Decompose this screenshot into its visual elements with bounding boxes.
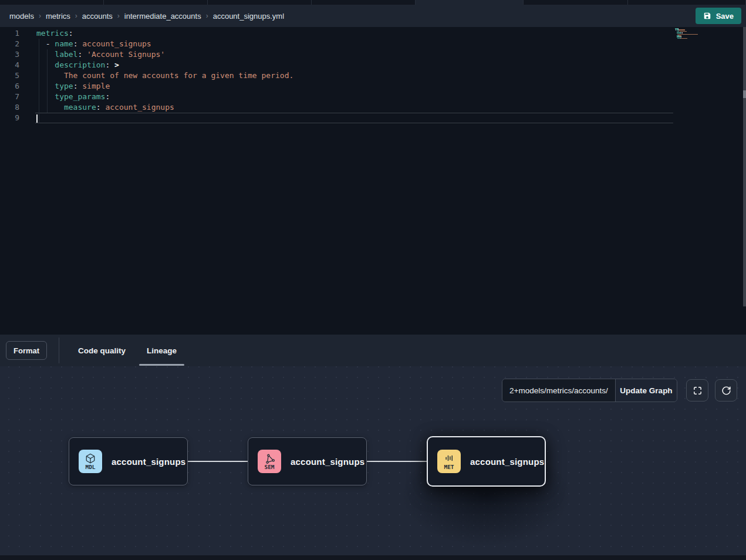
code-line[interactable]: 2 - name: account_signups	[0, 39, 681, 49]
breadcrumb-bar: models›metrics›accounts›intermediate_acc…	[0, 5, 746, 27]
save-button[interactable]: Save	[696, 8, 741, 24]
breadcrumb-item[interactable]: intermediate_accounts	[124, 12, 201, 21]
code-line[interactable]: 9	[0, 113, 681, 123]
node-badge-label: SEM	[264, 464, 274, 470]
breadcrumb: models›metrics›accounts›intermediate_acc…	[0, 12, 284, 21]
code-line[interactable]: 3 label: 'Account Signups'	[0, 49, 681, 60]
fullscreen-icon	[693, 386, 703, 396]
metric-icon	[444, 453, 454, 464]
indent-guide	[39, 39, 39, 123]
line-number: 7	[0, 92, 19, 102]
code-line-text: description: >	[35, 60, 673, 70]
code-line-text: The count of new accounts for a given ti…	[35, 70, 673, 81]
code-line-text	[35, 113, 673, 123]
file-tab[interactable]	[208, 0, 312, 5]
file-tab[interactable]	[524, 0, 628, 5]
line-number: 6	[0, 81, 19, 92]
code-line[interactable]: 5 The count of new accounts for a given …	[0, 70, 681, 81]
node-label: account_signups	[112, 457, 185, 467]
update-graph-button[interactable]: Update Graph	[615, 379, 677, 402]
node-label: account_signups	[291, 457, 364, 467]
line-number: 5	[0, 70, 19, 81]
format-button[interactable]: Format	[6, 341, 47, 360]
save-icon	[703, 12, 711, 20]
lineage-node-sem[interactable]: SEMaccount_signups	[248, 437, 367, 485]
code-lines: 1metrics:2 - name: account_signups3 labe…	[0, 28, 681, 123]
line-number: 8	[0, 102, 19, 113]
file-tab[interactable]	[0, 0, 104, 5]
code-line[interactable]: 1metrics:	[0, 28, 681, 39]
breadcrumb-item[interactable]: models	[9, 12, 34, 21]
code-line-text: - name: account_signups	[35, 39, 673, 49]
line-number: 9	[0, 113, 19, 123]
node-badge: MDL	[79, 450, 102, 473]
line-number: 1	[0, 28, 19, 39]
semantic-model-icon	[264, 453, 275, 464]
refresh-graph-button[interactable]	[715, 379, 737, 402]
chevron-right-icon: ›	[39, 12, 41, 20]
node-badge: SEM	[258, 450, 281, 473]
fullscreen-button[interactable]	[686, 379, 708, 402]
lineage-controls: Update Graph	[502, 379, 677, 402]
model-icon	[85, 453, 96, 464]
file-tab[interactable]	[312, 0, 416, 5]
code-line[interactable]: 7 type_params:	[0, 92, 681, 102]
minimap[interactable]	[675, 28, 711, 41]
chevron-right-icon: ›	[75, 12, 77, 20]
editor-scrollbar[interactable]	[743, 27, 746, 306]
ide-window: models›metrics›accounts›intermediate_acc…	[0, 0, 746, 560]
line-number: 2	[0, 39, 19, 49]
panel-tab-code-quality[interactable]: Code quality	[70, 335, 133, 366]
code-line-text: measure: account_signups	[35, 102, 673, 113]
code-line-text: type: simple	[35, 81, 673, 92]
line-number: 4	[0, 60, 19, 70]
file-tab[interactable]	[104, 0, 208, 5]
lineage-edge	[188, 461, 248, 462]
node-badge-label: MET	[444, 464, 454, 470]
panel-tab-lineage[interactable]: Lineage	[139, 335, 184, 366]
lineage-node-met[interactable]: METaccount_signups	[427, 436, 546, 487]
chevron-right-icon: ›	[206, 12, 208, 20]
breadcrumb-item[interactable]: metrics	[46, 12, 70, 21]
model-selector-input[interactable]	[502, 379, 615, 402]
code-editor[interactable]: 1metrics:2 - name: account_signups3 labe…	[0, 27, 746, 335]
node-label: account_signups	[470, 457, 544, 467]
refresh-icon	[721, 386, 731, 396]
code-line[interactable]: 4 description: >	[0, 60, 681, 70]
save-button-label: Save	[716, 12, 734, 21]
panel-tabs: Code qualityLineage	[67, 335, 187, 366]
code-line-text: metrics:	[35, 28, 673, 39]
canvas-bottom-edge	[0, 555, 746, 560]
file-tab-strip	[0, 0, 746, 5]
lineage-edge	[367, 461, 427, 462]
breadcrumb-item[interactable]: account_signups.yml	[213, 12, 284, 21]
text-cursor	[36, 114, 38, 123]
indent-guide	[47, 49, 48, 113]
chevron-right-icon: ›	[117, 12, 120, 20]
panel-divider	[59, 338, 59, 363]
code-line-text: type_params:	[35, 92, 673, 102]
bottom-panel-header: Format Code qualityLineage	[0, 335, 746, 366]
code-line[interactable]: 6 type: simple	[0, 81, 681, 92]
editor-scrollbar-thumb[interactable]	[743, 90, 746, 98]
line-number: 3	[0, 49, 19, 60]
lineage-node-mdl[interactable]: MDLaccount_signups	[69, 437, 188, 485]
breadcrumb-item[interactable]: accounts	[82, 12, 113, 21]
code-line-text: label: 'Account Signups'	[35, 49, 673, 60]
node-badge-label: MDL	[85, 464, 95, 470]
file-tab[interactable]	[628, 0, 746, 5]
node-badge: MET	[437, 450, 461, 473]
lineage-canvas[interactable]: Update Graph MDLaccount_signupsSEMaccoun…	[0, 366, 746, 560]
file-tab-active[interactable]	[416, 0, 524, 5]
code-line[interactable]: 8 measure: account_signups	[0, 102, 681, 113]
